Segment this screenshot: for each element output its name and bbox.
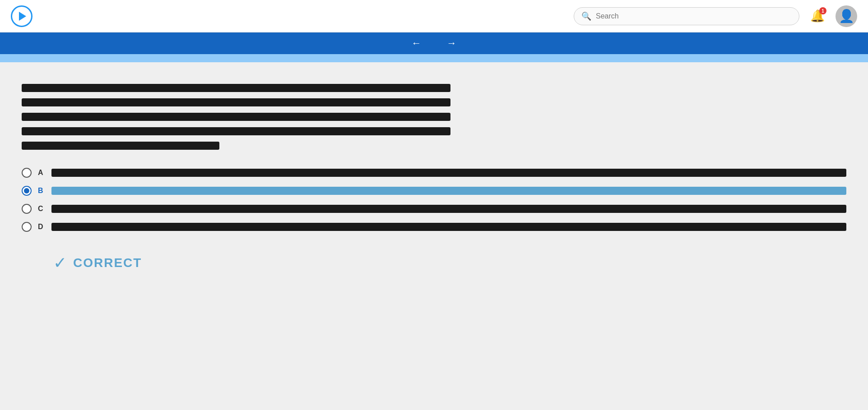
question-line-1	[22, 84, 450, 92]
avatar-button[interactable]: 👤	[836, 5, 857, 27]
avatar: 👤	[836, 5, 857, 27]
option-bar-d	[51, 223, 846, 231]
nav-right: 🔍 🔔 1 👤	[574, 5, 857, 27]
search-input[interactable]	[596, 12, 792, 20]
question-line-2	[22, 98, 450, 106]
option-label-a: A	[38, 169, 51, 177]
correct-block: ✓ CORRECT	[53, 253, 846, 272]
option-row-c[interactable]: C	[22, 204, 846, 214]
secondary-bar	[0, 54, 868, 62]
radio-a[interactable]	[22, 168, 32, 178]
next-button[interactable]: →	[443, 36, 460, 51]
option-label-d: D	[38, 223, 51, 231]
checkmark-icon: ✓	[53, 253, 67, 272]
notification-button[interactable]: 🔔 1	[808, 7, 826, 25]
radio-c[interactable]	[22, 204, 32, 214]
avatar-icon: 👤	[839, 9, 854, 23]
top-nav: 🔍 🔔 1 👤	[0, 0, 868, 32]
navigation-bar: ← →	[0, 32, 868, 54]
prev-button[interactable]: ←	[408, 36, 425, 51]
question-line-5	[22, 142, 219, 150]
option-label-b: B	[38, 187, 51, 195]
search-box[interactable]: 🔍	[574, 7, 799, 25]
option-bar-c	[51, 205, 846, 213]
option-row-a[interactable]: A	[22, 168, 846, 178]
options-block: A B C D	[22, 168, 846, 232]
play-icon	[19, 12, 26, 21]
search-icon: 🔍	[581, 11, 591, 21]
main-content: A B C D ✓ CORRECT	[0, 62, 868, 410]
logo	[11, 5, 32, 27]
question-block	[22, 84, 846, 150]
option-row-b[interactable]: B	[22, 186, 846, 196]
logo-circle	[11, 5, 32, 27]
question-line-4	[22, 127, 450, 135]
question-line-3	[22, 113, 450, 121]
option-bar-b	[51, 187, 846, 195]
radio-d[interactable]	[22, 222, 32, 232]
option-bar-a	[51, 169, 846, 177]
radio-b[interactable]	[22, 186, 32, 196]
notification-badge: 1	[819, 7, 826, 14]
correct-label: CORRECT	[73, 256, 142, 270]
option-row-d[interactable]: D	[22, 222, 846, 232]
option-label-c: C	[38, 205, 51, 213]
